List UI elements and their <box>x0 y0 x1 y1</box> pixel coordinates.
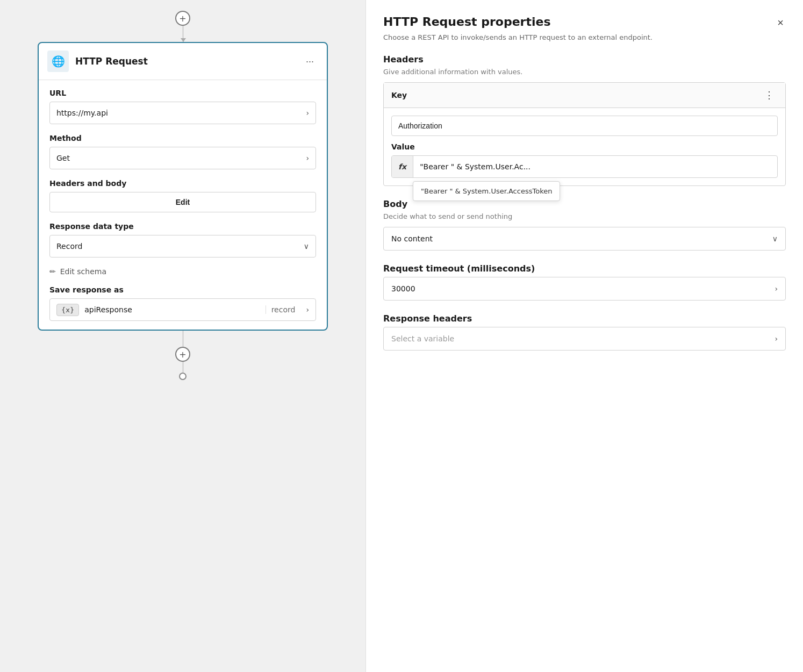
response-type-chevron-icon: ∨ <box>304 242 309 251</box>
card-body: URL https://my.api › Method Get › Header… <box>39 80 327 330</box>
method-field-group: Method Get › <box>49 134 316 169</box>
method-label: Method <box>49 134 316 142</box>
url-value: https://my.api <box>56 109 306 117</box>
edit-headers-button[interactable]: Edit <box>49 192 316 212</box>
save-response-label: Save response as <box>49 285 316 294</box>
body-chevron-icon: ∨ <box>772 234 778 243</box>
edit-schema-label: Edit schema <box>60 267 106 276</box>
value-group: Value fx "Bearer " & System.User.Ac... "… <box>391 142 778 178</box>
headers-body-group: Headers and body Edit <box>49 179 316 212</box>
timeout-arrow-icon: › <box>775 284 778 293</box>
tooltip-popup: "Bearer " & System.User.AccessToken <box>413 181 560 201</box>
bottom-line <box>183 331 183 347</box>
canvas-area: + 🌐 HTTP Request ··· URL https://my.api … <box>0 0 365 672</box>
value-label: Value <box>391 142 778 151</box>
close-button[interactable]: × <box>775 15 786 30</box>
bottom-end-line <box>183 362 183 373</box>
response-headers-placeholder: Select a variable <box>391 334 775 343</box>
method-input[interactable]: Get › <box>49 147 316 169</box>
url-field-group: URL https://my.api › <box>49 89 316 124</box>
add-button-top[interactable]: + <box>175 11 190 26</box>
card-menu-button[interactable]: ··· <box>302 54 318 69</box>
end-circle <box>179 373 187 380</box>
connector-bottom: + <box>175 331 190 380</box>
headers-body-label: Headers and body <box>49 179 316 188</box>
timeout-section: Request timeout (milliseconds) 30000 › <box>383 263 786 301</box>
key-column-label: Key <box>391 91 761 99</box>
panel-header: HTTP Request properties × <box>383 15 786 30</box>
url-label: URL <box>49 89 316 97</box>
add-button-bottom[interactable]: + <box>175 347 190 362</box>
headers-more-button[interactable]: ⋮ <box>761 88 778 102</box>
body-select[interactable]: No content ∨ <box>383 227 786 251</box>
fx-value: "Bearer " & System.User.Ac... <box>413 162 777 171</box>
response-type-value: Record <box>56 242 304 251</box>
body-section-hint: Decide what to send or send nothing <box>383 212 786 220</box>
variable-type: record <box>266 305 296 314</box>
fx-badge: fx <box>392 156 413 177</box>
panel-description: Choose a REST API to invoke/sends an HTT… <box>383 33 786 41</box>
response-type-label: Response data type <box>49 222 316 231</box>
variable-badge: {x} <box>56 304 79 316</box>
timeout-section-title: Request timeout (milliseconds) <box>383 263 786 274</box>
body-value: No content <box>391 234 772 243</box>
headers-table: Key ⋮ Value fx "Bearer " & System.User.A… <box>383 82 786 186</box>
headers-section-title: Headers <box>383 54 786 65</box>
pencil-icon: ✏ <box>49 267 56 276</box>
connector-top: + <box>175 11 190 42</box>
method-value: Get <box>56 154 306 162</box>
response-headers-section: Response headers Select a variable › <box>383 313 786 351</box>
response-type-group: Response data type Record ∨ <box>49 222 316 258</box>
body-section: Body Decide what to send or send nothing… <box>383 199 786 251</box>
url-arrow-icon: › <box>306 109 309 117</box>
headers-section: Headers Give additional information with… <box>383 54 786 186</box>
headers-table-header: Key ⋮ <box>384 83 785 108</box>
http-icon: 🌐 <box>47 51 69 72</box>
headers-table-body: Value fx "Bearer " & System.User.Ac... "… <box>384 108 785 185</box>
variable-name: apiResponse <box>84 305 260 314</box>
method-arrow-icon: › <box>306 154 309 162</box>
edit-schema-link[interactable]: ✏ Edit schema <box>49 267 316 276</box>
arrow-connector <box>183 26 183 42</box>
timeout-value: 30000 <box>391 284 775 293</box>
panel-title: HTTP Request properties <box>383 15 550 28</box>
save-response-arrow-icon: › <box>306 305 309 314</box>
value-fx-field[interactable]: fx "Bearer " & System.User.Ac... <box>391 155 778 178</box>
response-headers-arrow-icon: › <box>775 334 778 343</box>
response-type-select[interactable]: Record ∨ <box>49 235 316 258</box>
card-title: HTTP Request <box>75 56 295 67</box>
save-response-field[interactable]: {x} apiResponse record › <box>49 298 316 321</box>
url-input[interactable]: https://my.api › <box>49 102 316 124</box>
response-headers-title: Response headers <box>383 313 786 324</box>
right-panel: HTTP Request properties × Choose a REST … <box>365 0 803 672</box>
save-response-group: Save response as {x} apiResponse record … <box>49 285 316 321</box>
response-headers-select[interactable]: Select a variable › <box>383 327 786 351</box>
key-input[interactable] <box>391 116 778 136</box>
timeout-input[interactable]: 30000 › <box>383 277 786 301</box>
card-header: 🌐 HTTP Request ··· <box>39 43 327 80</box>
http-request-card: 🌐 HTTP Request ··· URL https://my.api › … <box>38 42 328 331</box>
headers-section-hint: Give additional information with values. <box>383 68 786 76</box>
